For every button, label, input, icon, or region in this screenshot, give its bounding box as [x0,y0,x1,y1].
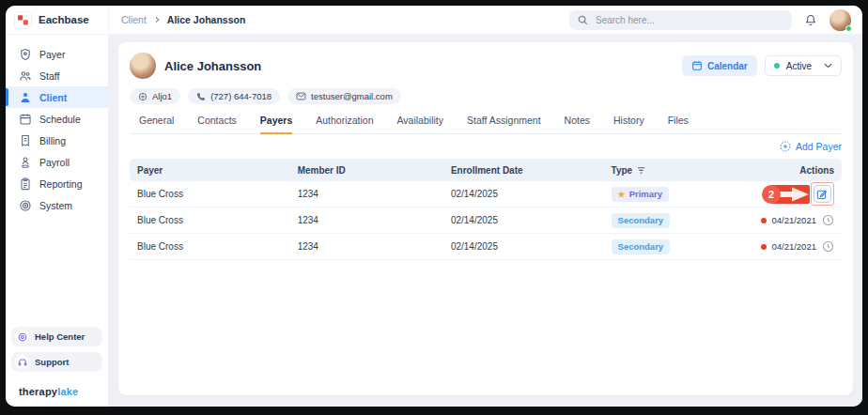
phone-icon [196,92,206,101]
tab-payers[interactable]: Payers [260,115,292,134]
brand-logo-icon [14,11,32,29]
sidebar-item-label: Staff [39,70,59,82]
sidebar-item-reporting[interactable]: Reporting [6,173,108,194]
sidebar-item-label: Reporting [39,178,83,190]
calendar-icon [19,113,32,126]
sidebar-item-label: Payroll [39,157,70,168]
client-id-value: Aljo1 [152,91,172,101]
client-avatar [130,53,156,79]
person-icon [19,91,32,104]
user-avatar[interactable] [829,9,851,31]
headset-icon [15,355,29,369]
tab-contacts[interactable]: Contacts [197,115,236,133]
tab-availability[interactable]: Availability [397,115,443,133]
column-header-member-id: Member ID [298,165,451,176]
sidebar-item-schedule[interactable]: Schedule [6,108,108,130]
client-email-value: testuser@gmail.com [311,91,393,101]
sidebar-item-system[interactable]: System [6,194,108,216]
table-row: Blue Cross 1234 02/14/2025 Secondary 04/… [130,234,842,260]
secondary-type-badge: Secondary [612,213,671,228]
client-tabs: General Contacts Payers Authorization Av… [130,115,842,134]
breadcrumb-section[interactable]: Client [121,14,147,25]
sidebar-item-client[interactable]: Client [6,86,108,108]
tab-authorization[interactable]: Authorization [316,115,373,133]
chevron-right-icon [153,16,161,23]
table-header-row: Payer Member ID Enrollment Date Type Act… [130,159,842,181]
type-cell: Secondary [612,239,730,254]
payroll-icon [19,156,32,169]
history-clock-icon[interactable] [822,214,834,226]
type-badge-label: Primary [629,189,662,199]
sidebar-spacer [6,216,108,327]
member-id-cell: 1234 [298,241,451,252]
client-info-chips: Aljo1 (727) 644-7018 testuser@gmail.com [130,88,842,104]
sidebar-item-label: System [39,200,72,211]
invoice-icon [19,134,32,147]
client-phone-chip: (727) 644-7018 [188,88,280,104]
payers-table: Payer Member ID Enrollment Date Type Act… [130,159,842,260]
star-icon [618,189,626,199]
sidebar-item-label: Schedule [39,114,81,125]
sidebar-item-payer[interactable]: Payer [6,43,108,65]
add-circle-icon [780,141,791,152]
help-center-button[interactable]: Help Center [11,327,102,346]
support-label: Support [35,357,69,367]
help-icon [15,330,29,344]
breadcrumb-current: Alice Johansson [167,14,245,25]
brand: Eachbase [6,6,109,34]
search-input[interactable] [594,14,783,26]
logo-text-secondary: lake [57,386,78,397]
filter-icon[interactable] [637,166,645,175]
shield-icon [19,48,32,61]
terminated-dot-icon [761,244,767,250]
end-date-value: 04/21/2021 [771,241,816,252]
sidebar-item-staff[interactable]: Staff [6,65,108,86]
add-payer-button[interactable]: Add Payer [780,141,842,152]
member-id-cell: 1234 [298,215,451,225]
column-header-type: Type [612,165,730,176]
gear-icon [19,199,32,212]
search-bar[interactable] [569,10,792,30]
tab-notes[interactable]: Notes [565,115,590,133]
calendar-button[interactable]: Calendar [682,55,757,76]
type-cell: Secondary [612,213,730,228]
secondary-type-badge: Secondary [612,239,671,254]
calendar-button-label: Calendar [707,61,748,71]
table-row: Blue Cross 1234 02/14/2025 Secondary 04/… [130,208,842,234]
breadcrumb: Client Alice Johansson [109,14,245,25]
tab-general[interactable]: General [139,115,174,133]
status-dropdown[interactable]: Active [765,55,842,76]
column-header-type-label: Type [612,165,633,176]
logo-text-primary: therapy [19,386,57,397]
support-button[interactable]: Support [11,352,102,372]
main-content: Alice Johansson Calendar Active [109,35,862,407]
sidebar: Payer Staff Client Schedule Billing Payr… [6,35,109,407]
topbar-right [569,9,862,31]
type-badge-label: Secondary [618,241,664,252]
sidebar-item-billing[interactable]: Billing [6,130,108,151]
type-badge-label: Secondary [618,215,664,225]
client-card: Alice Johansson Calendar Active [118,42,853,395]
tab-history[interactable]: History [613,115,644,133]
therapylake-logo: therapylake [6,377,108,407]
client-email-chip: testuser@gmail.com [287,88,401,104]
edit-payer-button[interactable] [814,185,831,203]
payer-cell: Blue Cross [137,241,298,252]
table-row: Blue Cross 1234 02/14/2025 Primary 2 [130,181,842,208]
column-header-actions: Actions [730,165,834,176]
tab-files[interactable]: Files [668,115,689,133]
notifications-button[interactable] [804,13,817,27]
sidebar-item-payroll[interactable]: Payroll [6,151,108,173]
primary-type-badge: Primary [612,187,669,202]
chevron-down-icon [824,63,832,69]
tab-staff-assignment[interactable]: Staff Assignment [467,115,541,133]
actions-cell: 04/21/2021 [730,240,834,253]
online-status-dot [845,25,852,32]
status-value: Active [786,61,812,71]
payer-cell: Blue Cross [137,215,298,225]
history-clock-icon[interactable] [822,240,834,253]
end-date-value: 04/21/2021 [771,215,816,225]
help-center-label: Help Center [35,331,85,342]
mail-icon [296,92,306,100]
top-bar: Eachbase Client Alice Johansson [6,6,862,35]
